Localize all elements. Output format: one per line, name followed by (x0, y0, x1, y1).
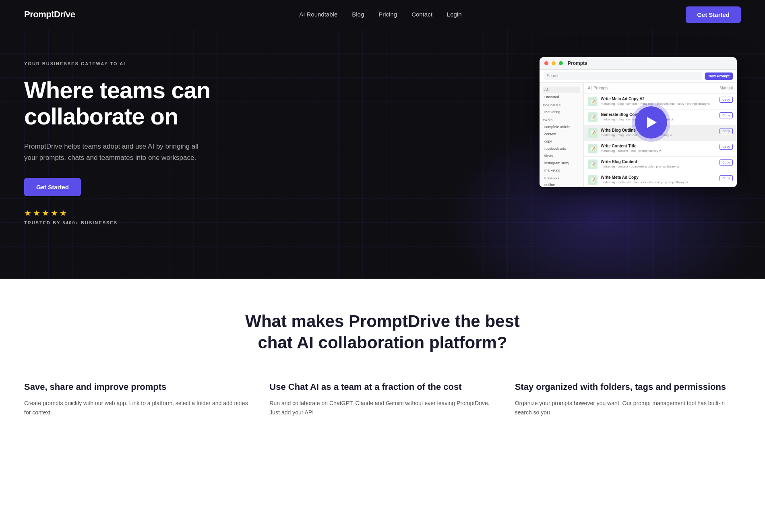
hero-right: Prompts Search... New Prompt All Unsorte… (540, 57, 741, 187)
nav-link-blog[interactable]: Blog (352, 11, 364, 18)
hero-left: YOUR BUSINESSES GATEWAY TO AI Where team… (24, 53, 234, 225)
nav-link-login[interactable]: Login (447, 11, 462, 18)
sidebar-item-meta-ads[interactable]: meta ads (543, 174, 580, 181)
sidebar-section-folders: FOLDERS (543, 104, 580, 107)
sidebar-section-tags: TAGS (543, 118, 580, 122)
sidebar-item-outline[interactable]: outline (543, 182, 580, 187)
prompt-tags-1: marketing · blog · content · meta ads · … (601, 102, 716, 106)
sidebar-item-content[interactable]: content (543, 131, 580, 137)
feature-desc-2: Run and collaborate on ChatGPT, Claude a… (269, 399, 495, 418)
prompt-row-5[interactable]: 📝 Write Blog Content marketing · content… (584, 157, 737, 172)
prompt-copy-btn-3[interactable]: Copy (720, 128, 733, 134)
sidebar-item-marketing[interactable]: Marketing (543, 109, 580, 115)
prompt-tags-5: marketing · content · complete article ·… (601, 165, 716, 168)
app-bar-title: Prompts (568, 60, 587, 66)
prompt-row-4[interactable]: 📝 Write Content Title marketing · conten… (584, 141, 737, 157)
app-body: All Unsorted FOLDERS Marketing TAGS comp… (540, 83, 737, 187)
feature-title-3: Stay organized with folders, tags and pe… (515, 381, 741, 393)
feature-col-2: Use Chat AI as a team at a fraction of t… (269, 381, 495, 418)
prompt-title-5: Write Blog Content (601, 159, 716, 164)
app-main-header-title: All Prompts (588, 86, 608, 90)
sidebar-item-complete-article[interactable]: complete article (543, 124, 580, 130)
app-main-header: All Prompts Manual (584, 83, 737, 94)
prompt-title-4: Write Content Title (601, 144, 716, 148)
app-toolbar: Search... New Prompt (540, 70, 737, 83)
star-5: ★ (60, 208, 67, 218)
prompt-tags-6: marketing · meta ads · facebook ads · co… (601, 180, 716, 184)
window-minimize-dot (552, 61, 556, 65)
nav-link-contact[interactable]: Contact (411, 11, 432, 18)
prompt-row-1[interactable]: 📝 Write Meta Ad Copy V2 marketing · blog… (584, 94, 737, 110)
app-new-prompt-button[interactable]: New Prompt (705, 72, 733, 80)
feature-desc-3: Organize your prompts however you want. … (515, 399, 741, 418)
prompt-icon-5: 📝 (588, 159, 598, 169)
prompt-tags-4: marketing · content · title · prompt lib… (601, 149, 716, 153)
app-search[interactable]: Search... (544, 72, 702, 80)
prompt-info-4: Write Content Title marketing · content … (601, 144, 716, 153)
feature-col-3: Stay organized with folders, tags and pe… (515, 381, 741, 418)
app-bar: Prompts (540, 57, 737, 70)
sidebar-item-ideas[interactable]: ideas (543, 153, 580, 159)
feature-title-1: Save, share and improve prompts (24, 381, 250, 393)
features-title: What makes PromptDrive the best chat AI … (242, 311, 523, 353)
play-icon (647, 117, 657, 128)
prompt-copy-btn-4[interactable]: Copy (720, 144, 733, 150)
prompt-info-5: Write Blog Content marketing · content ·… (601, 159, 716, 168)
sidebar-item-all[interactable]: All (543, 87, 580, 93)
hero-title: Where teams can collaborate on (24, 77, 234, 130)
features-grid: Save, share and improve prompts Create p… (24, 381, 741, 418)
star-4: ★ (51, 208, 58, 218)
features-section: What makes PromptDrive the best chat AI … (0, 279, 765, 442)
navbar: PromptDr/ve AI Roundtable Blog Pricing C… (0, 0, 765, 29)
play-button[interactable] (635, 106, 667, 139)
prompt-info-6: Write Meta Ad Copy marketing · meta ads … (601, 175, 716, 184)
hero-section: YOUR BUSINESSES GATEWAY TO AI Where team… (0, 29, 765, 279)
app-screenshot: Prompts Search... New Prompt All Unsorte… (540, 57, 737, 187)
prompt-icon-3: 📝 (588, 128, 598, 138)
nav-link-ai-roundtable[interactable]: AI Roundtable (299, 11, 337, 18)
feature-col-1: Save, share and improve prompts Create p… (24, 381, 250, 418)
hero-stars: ★ ★ ★ ★ ★ (24, 208, 234, 218)
prompt-copy-btn-1[interactable]: Copy (720, 97, 733, 103)
sidebar-item-instagram-story[interactable]: instagram story (543, 160, 580, 166)
prompt-icon-1: 📝 (588, 97, 598, 106)
prompt-info-1: Write Meta Ad Copy V2 marketing · blog ·… (601, 97, 716, 106)
hero-trust-label: TRUSTED BY 5400+ BUSINESSES (24, 220, 234, 225)
sidebar-item-facebook-ads[interactable]: facebook ads (543, 145, 580, 152)
window-close-dot (544, 61, 548, 65)
feature-title-2: Use Chat AI as a team at a fraction of t… (269, 381, 495, 393)
app-main-header-mode: Manual (720, 86, 733, 90)
prompt-icon-6: 📝 (588, 175, 598, 185)
sidebar-item-copy[interactable]: copy (543, 138, 580, 145)
nav-links: AI Roundtable Blog Pricing Contact Login (299, 11, 461, 18)
prompt-title-1: Write Meta Ad Copy V2 (601, 97, 716, 101)
sidebar-item-marketing-tag[interactable]: marketing (543, 167, 580, 174)
nav-link-pricing[interactable]: Pricing (378, 11, 397, 18)
star-1: ★ (24, 208, 31, 218)
star-3: ★ (42, 208, 49, 218)
prompt-icon-4: 📝 (588, 144, 598, 153)
feature-desc-1: Create prompts quickly with our web app.… (24, 399, 250, 418)
star-2: ★ (33, 208, 40, 218)
prompt-icon-2: 📝 (588, 112, 598, 122)
nav-cta-button[interactable]: Get Started (686, 6, 741, 23)
prompt-copy-btn-2[interactable]: Copy (720, 112, 733, 118)
prompt-title-6: Write Meta Ad Copy (601, 175, 716, 180)
app-sidebar: All Unsorted FOLDERS Marketing TAGS comp… (540, 83, 584, 187)
hero-description: PromptDrive helps teams adopt and use AI… (24, 141, 209, 164)
prompt-row-6[interactable]: 📝 Write Meta Ad Copy marketing · meta ad… (584, 172, 737, 187)
hero-cta-button[interactable]: Get Started (24, 178, 81, 196)
hero-eyebrow: YOUR BUSINESSES GATEWAY TO AI (24, 61, 234, 66)
prompt-copy-btn-6[interactable]: Copy (720, 175, 733, 181)
site-logo: PromptDr/ve (24, 9, 75, 20)
window-maximize-dot (559, 61, 563, 65)
prompt-copy-btn-5[interactable]: Copy (720, 159, 733, 166)
sidebar-item-unsorted[interactable]: Unsorted (543, 94, 580, 100)
